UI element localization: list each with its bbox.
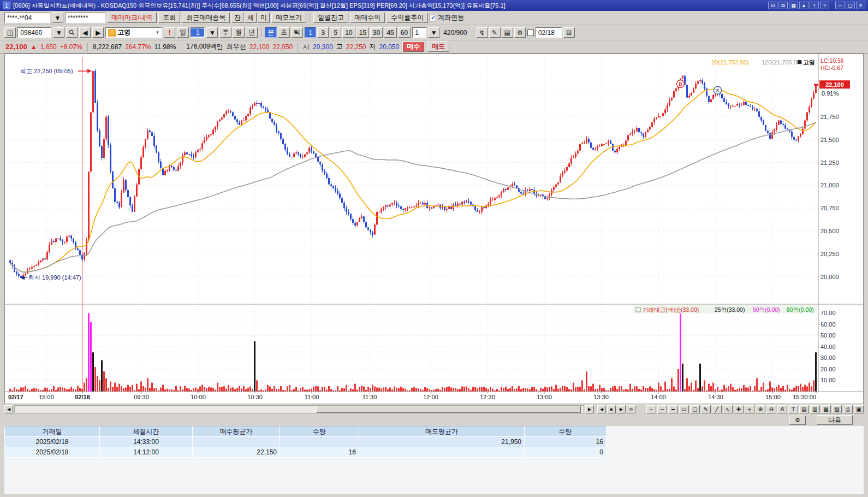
minimize-icon[interactable]: ─: [835, 2, 845, 9]
buy-button[interactable]: 매수: [402, 42, 424, 52]
minute-button-15[interactable]: 15: [356, 27, 369, 38]
draw-tool[interactable]: ✎: [701, 405, 711, 413]
maximize-icon[interactable]: ▢: [846, 2, 855, 9]
search-icon[interactable]: [66, 27, 78, 38]
grid-icon[interactable]: ▦: [821, 405, 831, 413]
period-button-년[interactable]: 년: [246, 27, 258, 38]
col-header[interactable]: 수량: [280, 427, 359, 437]
help-icon[interactable]: ?: [820, 2, 829, 9]
stock-code-input[interactable]: 098460: [17, 27, 51, 38]
label-tool[interactable]: T: [788, 405, 798, 413]
col-header[interactable]: 매도평균가: [359, 427, 525, 437]
dock-icon[interactable]: ⊡: [768, 2, 777, 9]
date-checkbox[interactable]: [527, 29, 534, 36]
panel-icon[interactable]: ▣: [854, 405, 864, 413]
step-back-icon[interactable]: ◀: [597, 405, 606, 413]
box-tool[interactable]: ▢: [690, 405, 700, 413]
multi-window-icon[interactable]: ▦: [789, 2, 798, 9]
region-select-tool[interactable]: ▭: [679, 405, 689, 413]
memo-button[interactable]: 메모보기: [271, 13, 306, 23]
period-button-월[interactable]: 월: [233, 27, 245, 38]
table-row[interactable]: 2025/02/1814:12:0022,150160: [5, 447, 607, 458]
window-layout-icon[interactable]: ◫: [4, 27, 16, 38]
period-count[interactable]: 1: [191, 28, 204, 37]
minute-button-5[interactable]: 5: [330, 27, 341, 38]
next-stock-icon[interactable]: ▶: [92, 27, 104, 38]
type-button-틱[interactable]: 틱: [291, 27, 303, 38]
period-button-주[interactable]: 주: [219, 27, 231, 38]
settings-gear-icon[interactable]: ⚙: [789, 416, 806, 425]
chart-area[interactable]: 21,75021,50021,25021,00020,75020,50020,2…: [4, 54, 864, 404]
text-tool[interactable]: A: [777, 405, 787, 413]
col-header[interactable]: 수량: [525, 427, 607, 437]
play-icon[interactable]: ▶: [617, 405, 626, 413]
pin-icon[interactable]: ▲: [799, 2, 808, 9]
prev-stock-icon[interactable]: ◀: [79, 27, 91, 38]
save-icon[interactable]: ▤: [502, 27, 513, 38]
close-icon[interactable]: ✕: [856, 2, 865, 9]
account-link-checkbox[interactable]: ✔: [430, 15, 436, 21]
thick-line-tool[interactable]: ━: [668, 405, 678, 413]
scroll-left-icon[interactable]: ◀: [4, 405, 13, 413]
code-dropdown-icon[interactable]: ▼: [53, 27, 64, 38]
dash-line-tool[interactable]: ┄: [646, 405, 656, 413]
curve-tool[interactable]: ∿: [723, 405, 733, 413]
password-field[interactable]: ********: [65, 13, 105, 23]
minute-button-60[interactable]: 60: [398, 27, 411, 38]
account-select[interactable]: ****-**04: [4, 13, 50, 23]
fast-forward-icon[interactable]: ≫: [627, 405, 635, 413]
type-button-초[interactable]: 초: [278, 27, 290, 38]
account-dropdown-icon[interactable]: ▼: [52, 13, 63, 23]
interval-dropdown-icon[interactable]: ▼: [428, 27, 439, 38]
scroll-right-icon[interactable]: ▶: [585, 405, 594, 413]
minute-button-10[interactable]: 10: [342, 27, 355, 38]
minute-button-1[interactable]: 1: [305, 27, 316, 38]
zoom-in-icon[interactable]: ⊕: [756, 405, 765, 413]
minute-button-45[interactable]: 45: [384, 27, 396, 38]
trendline-tool[interactable]: ╱: [712, 405, 722, 413]
vgrid-icon[interactable]: ▥: [810, 405, 820, 413]
stop-icon[interactable]: ■: [607, 405, 616, 413]
filter-button-체[interactable]: 체: [245, 13, 257, 23]
always-on-top-icon[interactable]: T: [810, 2, 819, 9]
quote-icon[interactable]: ↯: [477, 27, 488, 38]
yield-trend-button[interactable]: 수익률추이: [387, 13, 428, 23]
target-tool[interactable]: ⌖: [745, 405, 754, 413]
calendar-icon[interactable]: ⊞: [563, 27, 575, 38]
type-button-분[interactable]: 분: [265, 27, 277, 38]
scrollbar-thumb[interactable]: [316, 406, 581, 413]
date-input[interactable]: 02/18: [536, 27, 562, 38]
recent-trades-button[interactable]: 최근매매종목: [182, 13, 230, 23]
alert-button[interactable]: !: [164, 27, 175, 38]
crosshair-tool[interactable]: ✚: [734, 405, 744, 413]
col-header[interactable]: 체결시간: [100, 427, 193, 437]
next-button[interactable]: 다음: [817, 415, 853, 425]
period-day-button[interactable]: 일: [177, 27, 189, 38]
interval-combo[interactable]: 1: [412, 27, 426, 38]
minute-button-3[interactable]: 3: [317, 27, 329, 38]
trade-mark-button[interactable]: 매매마크/내역: [107, 13, 157, 23]
col-header[interactable]: 매수평균가: [193, 427, 280, 437]
filter-button-미[interactable]: 미: [258, 13, 270, 23]
stock-type-icon: 주: [108, 29, 116, 37]
chart-svg[interactable]: 21,75021,50021,25021,00020,75020,50020,2…: [5, 54, 863, 404]
table-row[interactable]: 2025/02/1814:33:0021,95016: [5, 437, 607, 447]
hgrid-icon[interactable]: ▤: [799, 405, 809, 413]
period-dropdown-icon[interactable]: ▼: [206, 27, 218, 38]
copy-window-icon[interactable]: ⧉: [778, 2, 788, 9]
filter-button-잔[interactable]: 잔: [231, 13, 243, 23]
thin-line-tool[interactable]: ─: [657, 405, 667, 413]
chart-settings-icon[interactable]: ⚙: [514, 27, 526, 38]
col-header[interactable]: 거래일: [5, 427, 100, 437]
query-button[interactable]: 조회: [158, 13, 180, 23]
chart-scrollbar[interactable]: [14, 405, 584, 413]
edit-icon[interactable]: ✎: [489, 27, 501, 38]
daily-balance-button[interactable]: 일별잔고: [313, 13, 348, 23]
zoom-out-icon[interactable]: ⊖: [766, 405, 776, 413]
sell-button[interactable]: 매도: [427, 42, 449, 52]
minute-button-30[interactable]: 30: [370, 27, 383, 38]
print-icon[interactable]: ⎙: [843, 405, 853, 413]
pattern-icon[interactable]: ▧: [832, 405, 842, 413]
trade-profit-button[interactable]: 매매수익: [350, 13, 385, 23]
name-dropdown-icon[interactable]: ▼: [155, 30, 159, 35]
